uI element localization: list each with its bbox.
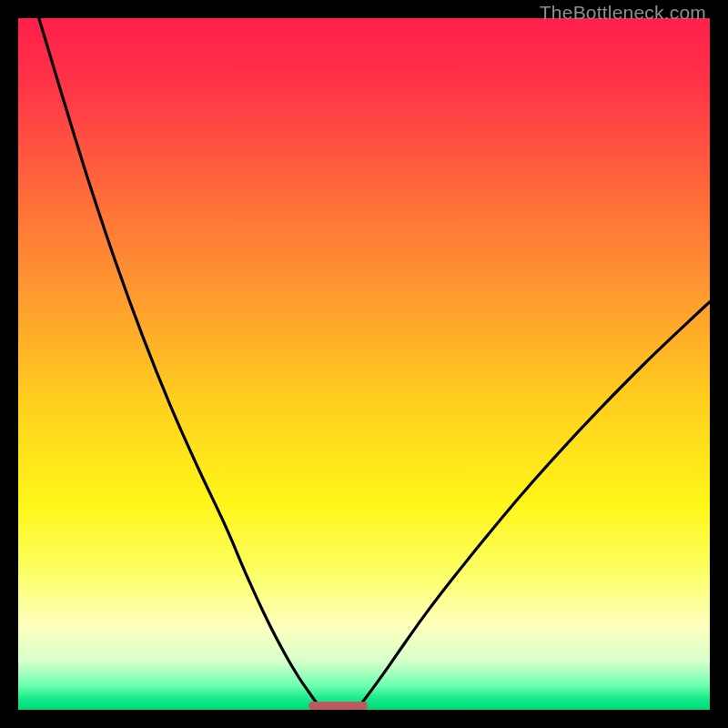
watermark-text: TheBottleneck.com [540, 2, 706, 24]
chart-frame [18, 18, 710, 710]
bottleneck-marker [308, 702, 368, 710]
gradient-background [18, 18, 710, 710]
bottleneck-chart [18, 18, 710, 710]
